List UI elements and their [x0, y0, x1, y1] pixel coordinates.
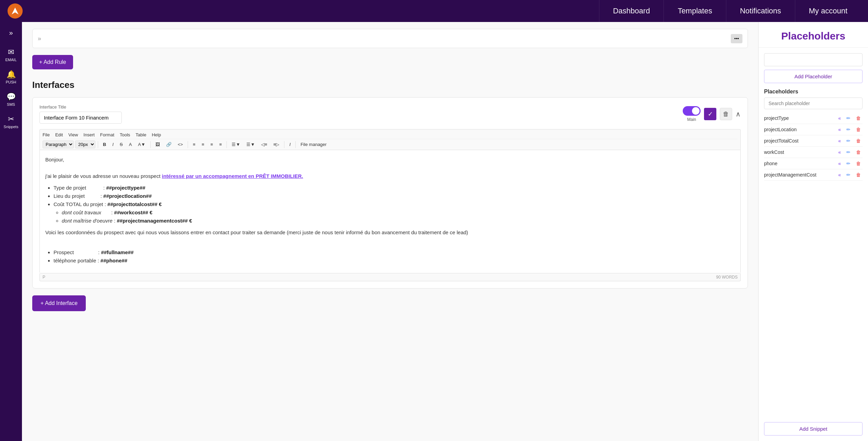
align-justify-button[interactable]: ≡ [217, 140, 224, 148]
placeholder-delete-2[interactable]: 🗑 [854, 137, 863, 144]
top-nav: Dashboard Templates Notifications My acc… [0, 0, 868, 22]
main-layout: » ✉ EMAIL 🔔 PUSH 💬 SMS ✂ Snippets » ••• … [0, 22, 868, 441]
sep-2 [150, 141, 151, 148]
menu-help[interactable]: Help [152, 132, 161, 137]
bold-button[interactable]: B [101, 140, 108, 148]
placeholder-insert-4[interactable]: « [836, 160, 843, 167]
interface-title-label: Interface Title [39, 104, 122, 110]
placeholder-insert-2[interactable]: « [836, 137, 843, 144]
text-color-button[interactable]: A [127, 140, 134, 148]
placeholder-insert-0[interactable]: « [836, 115, 843, 122]
add-snippet-button[interactable]: Add Snippet [764, 422, 863, 436]
placeholder-new-input[interactable] [764, 53, 863, 66]
menu-view[interactable]: View [68, 132, 78, 137]
nav-dashboard[interactable]: Dashboard [599, 0, 664, 22]
italic-button[interactable]: I [110, 140, 116, 148]
editor-toolbar: File Edit View Insert Format Tools Table… [39, 129, 741, 150]
menu-insert[interactable]: Insert [83, 132, 95, 137]
push-icon: 🔔 [7, 70, 16, 79]
expand-icon[interactable]: » [38, 35, 41, 42]
align-center-button[interactable]: ≡ [199, 140, 207, 148]
outdent-button[interactable]: ◁≡ [259, 140, 270, 148]
editor-formatbar: Paragraph 20px B I S A A▼ 🖼 🔗 <> [43, 140, 738, 148]
menu-table[interactable]: Table [136, 132, 146, 137]
placeholder-insert-5[interactable]: « [836, 171, 843, 178]
placeholder-delete-1[interactable]: 🗑 [854, 126, 863, 133]
placeholder-delete-3[interactable]: 🗑 [854, 149, 863, 156]
align-left-button[interactable]: ≡ [190, 140, 198, 148]
clear-format-button[interactable]: I [287, 140, 293, 148]
add-rule-button[interactable]: + Add Rule [32, 55, 73, 69]
highlight-button[interactable]: A▼ [136, 140, 148, 148]
interface-card: Interface Title Main ✓ 🗑 ∧ File E [32, 97, 748, 289]
sidebar: » ✉ EMAIL 🔔 PUSH 💬 SMS ✂ Snippets [0, 22, 22, 441]
placeholder-name-2: projectTotalCost [764, 138, 836, 144]
placeholder-actions-2: « ✏ 🗑 [836, 137, 863, 144]
add-interface-button[interactable]: + Add Interface [32, 295, 86, 311]
sidebar-item-email[interactable]: ✉ EMAIL [0, 44, 22, 66]
placeholder-edit-1[interactable]: ✏ [845, 126, 852, 133]
nav-notifications[interactable]: Notifications [726, 0, 795, 22]
link-button[interactable]: 🔗 [164, 140, 174, 148]
file-manager-button[interactable]: File manager [298, 140, 329, 148]
collapse-button[interactable]: ∧ [736, 110, 741, 118]
interface-title-input[interactable] [39, 112, 122, 124]
unordered-list-button[interactable]: ☰▼ [229, 140, 243, 148]
fontsize-select[interactable]: 20px [75, 140, 95, 148]
placeholder-name-1: projectLocation [764, 127, 836, 132]
save-interface-button[interactable]: ✓ [704, 108, 716, 120]
search-placeholder-input[interactable] [764, 98, 863, 109]
placeholder-name-4: phone [764, 161, 836, 166]
image-button[interactable]: 🖼 [153, 140, 162, 148]
editor-footer: P 90 WORDS [39, 273, 741, 281]
placeholder-edit-3[interactable]: ✏ [845, 149, 852, 156]
logo[interactable] [7, 3, 23, 19]
sidebar-item-label-sms: SMS [7, 102, 15, 106]
paragraph-select[interactable]: Paragraph [43, 140, 74, 148]
interface-controls: Main ✓ 🗑 ∧ [683, 106, 741, 122]
placeholders-title: Placeholders [759, 22, 868, 48]
add-placeholder-button[interactable]: Add Placeholder [764, 70, 863, 83]
code-button[interactable]: <> [175, 140, 185, 148]
placeholder-actions-0: « ✏ 🗑 [836, 115, 863, 122]
delete-interface-button[interactable]: 🗑 [720, 108, 732, 120]
main-toggle[interactable] [683, 106, 701, 116]
menu-format[interactable]: Format [100, 132, 114, 137]
placeholder-delete-4[interactable]: 🗑 [854, 160, 863, 167]
indent-button[interactable]: ≡▷ [271, 140, 282, 148]
placeholder-edit-5[interactable]: ✏ [845, 171, 852, 178]
sep-5 [284, 141, 284, 148]
placeholder-name-5: projectManagementCost [764, 172, 836, 178]
menu-file[interactable]: File [43, 132, 50, 137]
placeholder-edit-2[interactable]: ✏ [845, 137, 852, 144]
interfaces-title: Interfaces [32, 80, 748, 90]
sep-6 [295, 141, 296, 148]
interface-title-block: Interface Title [39, 104, 122, 124]
editor-menubar: File Edit View Insert Format Tools Table… [43, 131, 738, 139]
nav-my-account[interactable]: My account [795, 0, 861, 22]
menu-tools[interactable]: Tools [120, 132, 130, 137]
nav-templates[interactable]: Templates [664, 0, 726, 22]
strikethrough-button[interactable]: S [117, 140, 125, 148]
sidebar-item-sms[interactable]: 💬 SMS [0, 88, 22, 111]
content-area: » ••• + Add Rule Interfaces Interface Ti… [22, 22, 758, 441]
placeholder-delete-5[interactable]: 🗑 [854, 171, 863, 178]
sidebar-item-snippets[interactable]: ✂ Snippets [0, 111, 22, 133]
more-options-button[interactable]: ••• [731, 34, 742, 43]
placeholder-name-3: workCost [764, 149, 836, 155]
menu-edit[interactable]: Edit [55, 132, 63, 137]
sidebar-expand-button[interactable]: » [5, 25, 16, 40]
editor-bullet-list-2: Prospect : ##fullname## téléphone portab… [54, 248, 735, 265]
sidebar-item-push[interactable]: 🔔 PUSH [0, 66, 22, 88]
placeholder-edit-0[interactable]: ✏ [845, 115, 852, 122]
editor-body[interactable]: Bonjour, j'ai le plaisir de vous adresse… [39, 150, 741, 273]
link-pret-immobilier[interactable]: intéressé par un accompagnement en PRÊT … [162, 173, 303, 179]
placeholder-edit-4[interactable]: ✏ [845, 160, 852, 167]
placeholder-actions-3: « ✏ 🗑 [836, 149, 863, 156]
placeholder-delete-0[interactable]: 🗑 [854, 115, 863, 122]
placeholder-insert-3[interactable]: « [836, 149, 843, 156]
align-right-button[interactable]: ≡ [208, 140, 215, 148]
placeholder-insert-1[interactable]: « [836, 126, 843, 133]
ordered-list-button[interactable]: ☰▼ [244, 140, 257, 148]
add-rule-label: + Add Rule [39, 59, 66, 65]
